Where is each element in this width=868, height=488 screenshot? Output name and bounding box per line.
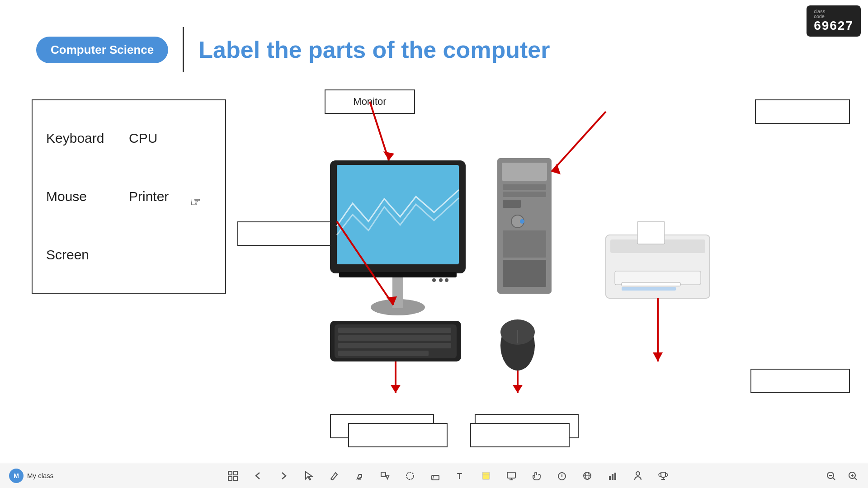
back-icon xyxy=(253,471,263,481)
svg-marker-37 xyxy=(552,164,561,174)
lasso-icon xyxy=(405,471,415,481)
svg-rect-4 xyxy=(339,272,457,277)
svg-point-0 xyxy=(371,299,425,315)
timer-icon xyxy=(557,471,567,481)
tool-chart[interactable] xyxy=(606,469,619,482)
label-box-cpu[interactable] xyxy=(755,99,850,124)
svg-point-23 xyxy=(500,321,535,371)
word-printer[interactable]: Printer xyxy=(129,184,212,209)
tool-lasso[interactable] xyxy=(404,469,416,482)
zoom-in-icon xyxy=(848,471,858,481)
person-icon xyxy=(633,471,643,481)
svg-text:T: T xyxy=(457,472,462,481)
tool-pen[interactable] xyxy=(328,469,340,482)
svg-line-80 xyxy=(854,478,857,480)
class-code-label: classcode xyxy=(814,9,825,19)
tool-hand[interactable] xyxy=(530,469,543,482)
svg-marker-35 xyxy=(387,296,397,305)
word-screen[interactable]: Screen xyxy=(46,243,212,267)
svg-line-36 xyxy=(552,112,606,172)
svg-rect-9 xyxy=(502,163,547,181)
toolbar: M My class xyxy=(0,463,868,488)
shapes-icon xyxy=(380,471,390,481)
svg-rect-21 xyxy=(338,343,451,348)
svg-rect-27 xyxy=(610,239,705,253)
svg-rect-28 xyxy=(615,271,701,285)
trophy-icon xyxy=(658,471,668,481)
subject-badge: Computer Science xyxy=(36,37,168,63)
svg-rect-68 xyxy=(609,476,611,480)
present-icon xyxy=(506,471,516,481)
svg-line-76 xyxy=(833,478,835,480)
page-title: Label the parts of the computer xyxy=(198,36,550,63)
svg-rect-45 xyxy=(234,471,237,475)
label-box-mouse-bottom[interactable] xyxy=(470,423,570,447)
tool-back[interactable] xyxy=(252,469,264,482)
svg-point-7 xyxy=(445,278,448,282)
eraser-icon xyxy=(430,471,440,481)
svg-rect-47 xyxy=(234,477,237,480)
tool-forward[interactable] xyxy=(277,469,290,482)
svg-rect-29 xyxy=(622,282,680,286)
svg-rect-44 xyxy=(228,471,232,475)
select-icon xyxy=(304,471,314,481)
svg-rect-31 xyxy=(637,221,665,244)
tool-shapes[interactable] xyxy=(378,469,391,482)
myclass-icon: M xyxy=(9,469,24,483)
svg-rect-1 xyxy=(392,276,403,308)
tool-select[interactable] xyxy=(302,469,315,482)
svg-rect-22 xyxy=(338,351,429,356)
tool-eraser[interactable] xyxy=(429,469,442,482)
grid-icon xyxy=(228,471,238,481)
tool-sticky[interactable] xyxy=(480,469,492,482)
svg-rect-19 xyxy=(338,328,451,333)
text-icon: T xyxy=(456,471,466,481)
tool-trophy[interactable] xyxy=(657,469,670,482)
label-box-printer[interactable] xyxy=(750,369,850,393)
svg-rect-17 xyxy=(330,321,461,361)
toolbar-tools: T xyxy=(71,469,825,482)
svg-point-24 xyxy=(500,319,535,345)
word-mouse[interactable]: Mouse xyxy=(46,184,129,209)
label-box-keyboard-bottom[interactable] xyxy=(348,423,448,447)
svg-rect-70 xyxy=(614,473,616,480)
word-cpu[interactable]: CPU xyxy=(129,126,212,150)
tool-zoom-out[interactable] xyxy=(825,469,837,482)
highlighter-icon xyxy=(354,471,364,481)
svg-rect-8 xyxy=(497,158,552,294)
svg-rect-51 xyxy=(381,472,386,477)
label-monitor-text: Monitor xyxy=(353,96,386,108)
tool-text[interactable]: T xyxy=(454,469,467,482)
word-bank: Keyboard CPU Mouse Printer Screen xyxy=(32,99,226,294)
svg-point-6 xyxy=(439,278,443,282)
myclass-icon-letter: M xyxy=(14,472,19,479)
header-divider xyxy=(183,27,184,72)
zoom-out-icon xyxy=(826,471,836,481)
tool-present[interactable] xyxy=(505,469,518,482)
sticky-icon xyxy=(481,471,491,481)
svg-rect-11 xyxy=(503,192,546,197)
svg-point-5 xyxy=(432,278,436,282)
label-box-keyboard-src[interactable] xyxy=(237,221,337,246)
svg-rect-59 xyxy=(507,472,515,478)
forward-icon xyxy=(278,471,288,481)
svg-line-49 xyxy=(331,479,333,480)
tool-globe[interactable] xyxy=(581,469,594,482)
svg-marker-41 xyxy=(513,385,523,393)
tool-timer[interactable] xyxy=(556,469,568,482)
svg-rect-10 xyxy=(503,184,546,190)
tool-zoom-in[interactable] xyxy=(846,469,859,482)
svg-rect-57 xyxy=(482,472,490,479)
myclass-label[interactable]: My class xyxy=(27,472,53,479)
tool-grid[interactable] xyxy=(226,469,239,482)
tool-person[interactable] xyxy=(632,469,644,482)
svg-rect-46 xyxy=(228,477,232,480)
svg-marker-39 xyxy=(391,385,401,393)
label-box-monitor[interactable]: Monitor xyxy=(325,89,415,114)
word-keyboard[interactable]: Keyboard xyxy=(46,126,129,150)
tool-highlighter[interactable] xyxy=(353,469,366,482)
chart-icon xyxy=(608,471,618,481)
hand-icon xyxy=(532,471,542,481)
header: Computer Science Label the parts of the … xyxy=(36,27,832,72)
svg-point-13 xyxy=(511,215,524,228)
